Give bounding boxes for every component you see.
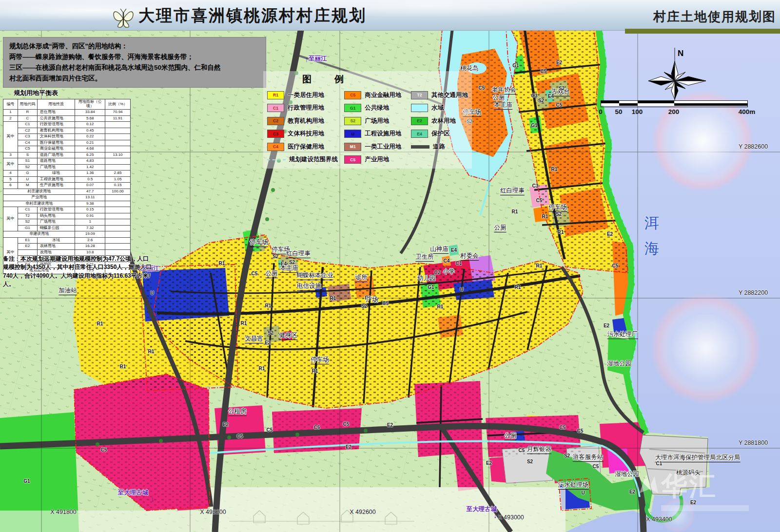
- table-cell: 4.68: [75, 146, 105, 152]
- remark-note: 备注：本次规划远期建设用地规模控制为47.7公顷，人口规模控制为4350人，其中…: [3, 255, 152, 289]
- legend-swatch-C2: C2: [267, 117, 284, 125]
- table-cell: [105, 231, 131, 238]
- sheet-title: 村庄土地使用规划图: [653, 8, 776, 25]
- table-cell: 0.12: [75, 122, 105, 128]
- table-cell: [105, 164, 131, 171]
- table-cell: 其中: [3, 158, 18, 171]
- table-cell: 蝴蝶泉公园: [37, 225, 75, 231]
- table-title: 规划用地平衡表: [14, 89, 132, 97]
- table-cell: 广场用地: [37, 219, 75, 226]
- table-cell: C: [18, 115, 37, 122]
- table-cell: 2.6: [75, 237, 105, 244]
- table-row: 其中C1行政管理用地0.12: [3, 122, 131, 128]
- table-cell: 16.28: [75, 244, 105, 250]
- legend-label: 商业金融用地: [365, 91, 401, 99]
- table-row: C2教育机构用地0.45: [3, 128, 131, 134]
- table-row: 产业用地13.11: [3, 195, 131, 201]
- table-cell: G1: [18, 225, 37, 231]
- legend-item: C2教育机构用地: [267, 116, 338, 126]
- legend-label: 公共绿地: [365, 104, 389, 112]
- table-cell: 非村庄建设用地: [3, 201, 75, 207]
- desc-line: 规划总体形成“两带、四区”的用地结构：: [9, 41, 260, 52]
- legend-swatch-G1: G1: [344, 104, 361, 112]
- table-cell: 居住用地: [37, 110, 75, 116]
- table-cell: [105, 244, 131, 250]
- scale-bar-segments: [601, 100, 748, 107]
- scale-bar: 050100200400m: [601, 98, 752, 118]
- table-cell: 13.10: [105, 152, 131, 158]
- page-title: 大理市喜洲镇桃源村村庄规划: [138, 5, 367, 27]
- legend-label: 一类工业用地: [365, 143, 401, 151]
- table-cell: 6.25: [75, 152, 105, 158]
- table-cell: [105, 122, 131, 128]
- table-cell: 文体科技用地: [37, 134, 75, 140]
- table-cell: 3: [3, 152, 18, 158]
- table-cell: [105, 128, 131, 134]
- planning-map-sheet: 至丽江↑桃花岛C5老年协会公厕本主庙古戏台G1E2C5S2E4C3S2C5停车场…: [0, 0, 780, 532]
- table-cell: 1: [75, 219, 105, 226]
- table-cell: 村庄建设用地: [3, 189, 75, 195]
- table-cell: 0.91: [75, 213, 105, 219]
- table-row: T2码头用地0.91: [3, 213, 131, 219]
- table-cell: C5: [18, 146, 37, 152]
- table-cell: 33.84: [75, 110, 105, 116]
- legend-swatch-M1: M1: [344, 143, 361, 151]
- table-cell: C2: [18, 128, 37, 134]
- table-cell: 4.83: [75, 158, 105, 165]
- table-cell: 用地代码: [18, 99, 37, 110]
- table-cell: 100.00: [105, 189, 131, 195]
- table-cell: 5.68: [75, 115, 105, 122]
- compass-rose-icon: N: [644, 48, 708, 105]
- table-cell: R: [18, 110, 37, 116]
- legend-item: M1一类工业用地: [344, 142, 405, 152]
- table-cell: C1: [18, 122, 37, 128]
- table-cell: E2: [18, 244, 37, 250]
- table-cell: 5: [3, 176, 18, 183]
- table-cell: [105, 225, 131, 231]
- table-cell: C1: [18, 207, 37, 213]
- table-cell: 0.07: [75, 183, 105, 189]
- table-row: 非村庄建设用地9.38: [3, 201, 131, 207]
- legend-swatch-C1: C1: [267, 104, 284, 112]
- legend-swatch-C5: C5: [344, 155, 361, 164]
- legend-label: 广场用地: [365, 117, 389, 125]
- legend-item: 水域: [411, 103, 468, 113]
- table-cell: 1.36: [75, 171, 105, 177]
- legend-swatch-C3: C3: [267, 130, 284, 138]
- table-row: 村庄建设用地47.7100.00: [3, 189, 131, 195]
- table-cell: G: [18, 171, 37, 177]
- legend-label: 行政管理用地: [288, 104, 324, 112]
- legend-swatch: [267, 159, 286, 160]
- table-cell: [105, 237, 131, 244]
- legend-swatch-E2: E2: [411, 117, 428, 125]
- table-cell: T2: [18, 213, 37, 219]
- table-cell: [105, 140, 131, 146]
- legend-swatch-E4: E4: [411, 130, 428, 138]
- legend-swatch-S2: S2: [344, 117, 361, 125]
- scale-tick: 100: [632, 108, 643, 115]
- table-cell: 公共设施用地: [37, 115, 75, 122]
- scale-tick: 400m: [739, 108, 756, 115]
- table-cell: 用地指标（公顷）: [75, 99, 105, 110]
- table-cell: 广场用地: [37, 164, 75, 171]
- legend-label: 产业用地: [365, 155, 389, 164]
- table-cell: 道路广场用地: [37, 152, 75, 158]
- table-cell: 47.7: [75, 189, 105, 195]
- table-cell: [105, 219, 131, 226]
- legend-item: E4保护区: [411, 129, 468, 139]
- table-cell: 70.94: [105, 110, 131, 116]
- table-cell: 1.05: [105, 176, 131, 183]
- legend-label: 工程设施用地: [365, 130, 401, 138]
- legend-label: 道路: [433, 143, 445, 151]
- table-row: S2广场用地1: [3, 219, 131, 226]
- legend-swatch-C4: C4: [267, 143, 284, 151]
- table-cell: [105, 207, 131, 213]
- table-cell: 医疗保健用地: [37, 140, 75, 146]
- legend-label: 文体科技用地: [288, 130, 324, 138]
- table-cell: M: [18, 183, 37, 189]
- north-label: N: [678, 49, 683, 58]
- balance-table: 编号用地代码用地性质用地指标（公顷）比例（%）1R居住用地33.8470.942…: [3, 99, 131, 274]
- table-row: 其中E1水域2.6: [3, 237, 131, 244]
- legend-item: C4医疗保健用地: [267, 142, 338, 152]
- table-cell: 11.91: [105, 115, 131, 122]
